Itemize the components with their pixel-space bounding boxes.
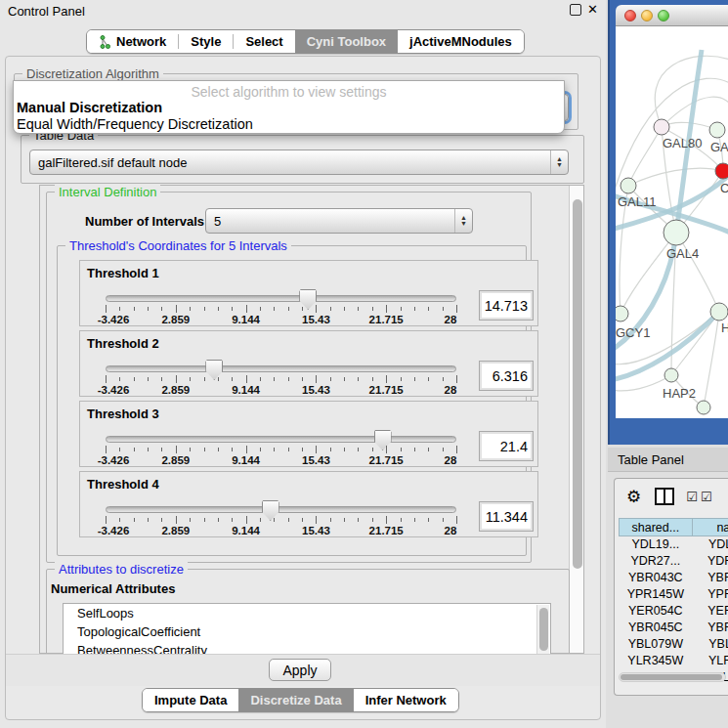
threshold-value-field[interactable]: 11.344	[479, 501, 534, 532]
apply-bar: Apply	[6, 654, 600, 686]
slider-ticks	[106, 446, 456, 454]
threshold-slider[interactable]: -3.4262.8599.14415.4321.71528	[106, 288, 456, 325]
network-node[interactable]	[621, 178, 636, 193]
tab-discretize-data[interactable]: Discretize Data	[238, 689, 353, 711]
threshold-slider[interactable]: -3.4262.8599.14415.4321.71528	[106, 359, 456, 396]
minimize-traffic-light-icon[interactable]	[641, 10, 653, 21]
tab-jactivemnodules[interactable]: jActiveMNodules	[398, 30, 524, 53]
attribute-list-item[interactable]: SelfLoops	[64, 604, 550, 622]
column-header-name[interactable]: na	[692, 519, 728, 536]
slider-track[interactable]	[106, 365, 456, 372]
close-icon[interactable]: ✕	[587, 2, 598, 17]
bottom-tab-bar: Impute Data Discretize Data Infer Networ…	[142, 688, 459, 712]
node-label: HAP2	[663, 386, 696, 401]
num-intervals-combobox[interactable]: 5 ▲▼	[205, 208, 473, 234]
network-view-window: GAL80GALCGAL11GAL4GCY1HHAP2	[608, 0, 728, 445]
interval-definition-group: Interval Definition Number of Intervals …	[46, 192, 532, 563]
num-intervals-label: Number of Intervals	[85, 214, 204, 229]
slider-track[interactable]	[106, 506, 456, 513]
threshold-slider[interactable]: -3.4262.8599.14415.4321.71528	[106, 499, 456, 536]
combo-stepper-icon: ▲▼	[550, 150, 568, 174]
scrollbar-thumb[interactable]	[573, 199, 582, 569]
network-edge[interactable]	[676, 233, 719, 312]
table-row[interactable]: YLR345WYLR3	[620, 653, 728, 669]
threshold-slider[interactable]: -3.4262.8599.14415.4321.71528	[106, 429, 456, 466]
tab-label: Discretize Data	[250, 693, 341, 707]
table-row[interactable]: YBL079WYBL0	[620, 636, 728, 653]
scrollbar-thumb[interactable]	[539, 608, 548, 651]
threshold-panel-1: Threshold 1 -3.4262.8599.14415.4321.7152…	[79, 260, 538, 326]
zoom-traffic-light-icon[interactable]	[658, 10, 669, 21]
gear-icon[interactable]: ⚙	[626, 487, 641, 507]
table-data-combobox[interactable]: galFiltered.sif default node ▲▼	[29, 150, 569, 175]
group-title: Threshold's Coordinates for 5 Intervals	[65, 238, 291, 253]
network-node[interactable]	[616, 306, 628, 321]
network-node[interactable]	[654, 119, 669, 135]
network-edge[interactable]	[628, 127, 662, 186]
network-canvas[interactable]: GAL80GALCGAL11GAL4GCY1HHAP2	[616, 26, 728, 418]
node-label: GAL	[710, 140, 728, 154]
table-panel: ⚙ ☑ ☑ shared... na YDL19...YDL1YDR27...Y…	[614, 478, 728, 696]
apply-button[interactable]: Apply	[269, 659, 331, 681]
attribute-list-item[interactable]: BetweennessCentrality	[64, 641, 550, 655]
close-traffic-light-icon[interactable]	[624, 10, 636, 21]
threshold-value-field[interactable]: 14.713	[479, 290, 534, 321]
tab-style[interactable]: Style	[179, 30, 233, 53]
threshold-panel-2: Threshold 2 -3.4262.8599.14415.4321.7152…	[79, 330, 538, 397]
thresholds-group: Threshold's Coordinates for 5 Intervals …	[57, 245, 527, 556]
slider-tick-labels: -3.4262.8599.14415.4321.71528	[106, 384, 456, 396]
float-window-icon[interactable]	[570, 4, 581, 16]
list-scrollbar[interactable]	[536, 605, 549, 655]
threshold-value-field[interactable]: 21.4	[479, 431, 534, 461]
checkbox-icon[interactable]: ☑	[701, 490, 712, 504]
table-row[interactable]: YPR145WYPR1	[620, 586, 728, 603]
threshold-value-field[interactable]: 6.316	[479, 361, 534, 391]
node-label: GCY1	[616, 325, 650, 340]
node-attribute-table: shared... na YDL19...YDL1YDR27...YDR2YBR…	[619, 518, 728, 686]
network-edge[interactable]	[628, 168, 723, 186]
table-row[interactable]: YDL19...YDL1	[620, 536, 728, 553]
slider-track[interactable]	[106, 295, 456, 302]
threshold-label: Threshold 4	[87, 477, 159, 492]
vertical-scrollbar[interactable]	[569, 186, 583, 653]
network-node[interactable]	[709, 122, 725, 138]
tab-impute-data[interactable]: Impute Data	[143, 689, 238, 711]
threshold-panel-3: Threshold 3 -3.4262.8599.14415.4321.7152…	[79, 401, 538, 467]
slider-ticks	[106, 375, 456, 384]
column-header-shared-name[interactable]: shared...	[620, 519, 693, 536]
slider-track[interactable]	[106, 436, 456, 443]
attribute-list-item[interactable]: TopologicalCoefficient	[64, 622, 550, 641]
combo-value: 5	[214, 214, 221, 229]
combo-value: galFiltered.sif default node	[38, 155, 187, 170]
tab-cyni-toolbox[interactable]: Cyni Toolbox	[295, 30, 398, 53]
top-tab-bar: Network Style Select Cyni Toolbox jActiv…	[86, 29, 525, 54]
tab-select[interactable]: Select	[234, 30, 294, 53]
table-data-group: Table Data galFiltered.sif default node …	[21, 135, 584, 184]
columns-icon[interactable]	[655, 488, 674, 505]
network-node[interactable]	[710, 303, 728, 321]
node-label: C	[720, 181, 728, 195]
network-node[interactable]	[697, 401, 710, 414]
scrollbar-thumb[interactable]	[621, 674, 722, 680]
network-window-titlebar[interactable]	[616, 5, 728, 26]
threshold-panel-4: Threshold 4 -3.4262.8599.14415.4321.7152…	[79, 471, 538, 537]
tab-label: Select	[245, 34, 282, 49]
tab-label: Network	[116, 34, 166, 49]
table-row[interactable]: YER054CYER0	[620, 603, 728, 620]
checkbox-icon[interactable]: ☑	[686, 490, 698, 504]
attributes-group: Attributes to discretize Numerical Attri…	[46, 569, 570, 662]
table-row[interactable]: YBR043CYBR0	[620, 570, 728, 586]
network-node[interactable]	[664, 220, 689, 245]
dropdown-option-equal-width-frequency[interactable]: Equal Width/Frequency Discretization	[17, 116, 253, 132]
table-panel-title: Table Panel	[618, 452, 684, 467]
network-node[interactable]	[715, 163, 728, 179]
horizontal-scrollbar[interactable]	[619, 672, 726, 682]
table-row[interactable]: YBR045CYBR0	[620, 620, 728, 636]
network-node[interactable]	[664, 368, 678, 382]
numerical-attributes-label: Numerical Attributes	[51, 581, 175, 596]
tab-infer-network[interactable]: Infer Network	[354, 689, 458, 711]
tab-network[interactable]: Network	[87, 30, 178, 53]
dropdown-option-manual-discretization[interactable]: Manual Discretization	[17, 100, 162, 115]
numerical-attributes-list[interactable]: SelfLoopsTopologicalCoefficientBetweenne…	[63, 603, 551, 655]
table-row[interactable]: YDR27...YDR2	[620, 553, 728, 570]
